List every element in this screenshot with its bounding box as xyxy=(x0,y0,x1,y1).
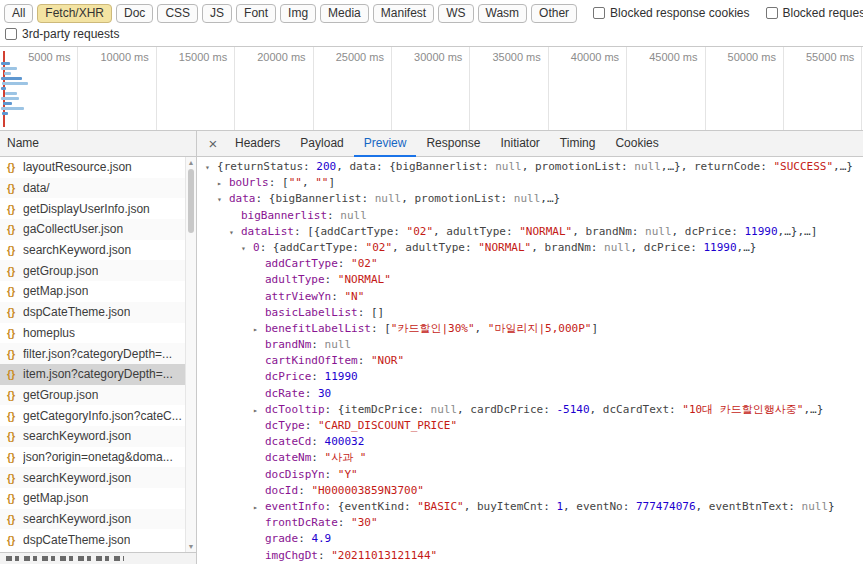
blocked-requests-label: Blocked requests xyxy=(783,6,863,20)
request-name: searchKeyword.json xyxy=(23,429,131,443)
request-name: layoutResource.json xyxy=(23,160,132,174)
tree-line: ▾0: {addCartType: "02", adultType: "NORM… xyxy=(197,240,863,256)
json-file-icon: {} xyxy=(4,430,18,442)
request-row[interactable]: {}getGroup.json xyxy=(0,260,185,281)
network-overview[interactable]: 5000 ms10000 ms15000 ms20000 ms25000 ms3… xyxy=(0,47,863,131)
tab-response[interactable]: Response xyxy=(416,131,490,157)
tab-preview[interactable]: Preview xyxy=(354,131,417,157)
filter-chip-doc[interactable]: Doc xyxy=(116,4,153,23)
request-row[interactable]: {}getGroup.json xyxy=(0,385,185,406)
tab-payload[interactable]: Payload xyxy=(290,131,353,157)
request-name: json?origin=onetag&doma... xyxy=(23,450,173,464)
request-row[interactable]: {}data/ xyxy=(0,178,185,199)
third-party-requests-checkbox[interactable]: 3rd-party requests xyxy=(5,27,119,41)
devtools-network-panel: AllFetch/XHRDocCSSJSFontImgMediaManifest… xyxy=(0,0,863,564)
request-row[interactable]: {}searchKeyword.json xyxy=(0,240,185,261)
request-row[interactable]: {}filter.json?categoryDepth=... xyxy=(0,343,185,364)
request-row[interactable]: {}getMap.json xyxy=(0,281,185,302)
timeline-tick: 20000 ms xyxy=(235,47,313,130)
request-name: filter.json?categoryDepth=... xyxy=(23,347,172,361)
tab-timing[interactable]: Timing xyxy=(550,131,606,157)
request-name: dspCateTheme.json xyxy=(23,305,130,319)
filter-chip-other[interactable]: Other xyxy=(531,4,577,23)
tree-line: imgChgDt: "20211013121144" xyxy=(197,548,863,564)
tree-line: cartKindOfItem: "NOR" xyxy=(197,353,863,369)
tree-line: addCartType: "02" xyxy=(197,256,863,272)
tab-headers[interactable]: Headers xyxy=(225,131,290,157)
filter-row-2: 3rd-party requests xyxy=(0,24,863,46)
request-row[interactable]: {}dspCateTheme.json xyxy=(0,529,185,550)
filter-chip-wasm[interactable]: Wasm xyxy=(478,4,528,23)
checkbox-icon[interactable] xyxy=(593,7,605,19)
checkbox-icon[interactable] xyxy=(766,7,778,19)
filter-chip-ws[interactable]: WS xyxy=(438,4,473,23)
json-file-icon: {} xyxy=(4,306,18,318)
request-name: getMap.json xyxy=(23,284,88,298)
scroll-down-icon[interactable]: ▼ xyxy=(186,541,196,552)
request-row[interactable]: {}dspCateTheme.json xyxy=(0,302,185,323)
request-list-scrollbar[interactable]: ▲ ▼ xyxy=(185,157,196,552)
request-row[interactable]: {}layoutResource.json xyxy=(0,157,185,178)
blocked-requests-checkbox[interactable]: Blocked requests xyxy=(766,6,863,20)
filter-chip-css[interactable]: CSS xyxy=(157,4,198,23)
json-file-icon: {} xyxy=(4,451,18,463)
request-row[interactable]: {}searchKeyword.json xyxy=(0,426,185,447)
overview-timeline: 5000 ms10000 ms15000 ms20000 ms25000 ms3… xyxy=(0,47,863,130)
preview-tree: ▾{returnStatus: 200, data: {bigBannerlis… xyxy=(197,157,863,564)
json-file-icon: {} xyxy=(4,244,18,256)
checkbox-icon[interactable] xyxy=(5,28,17,40)
request-name: getDisplayUserInfo.json xyxy=(23,202,150,216)
request-row[interactable]: {}getDisplayUserInfo.json xyxy=(0,198,185,219)
json-file-icon: {} xyxy=(4,161,18,173)
request-row[interactable]: {}homeplus xyxy=(0,323,185,344)
json-file-icon: {} xyxy=(4,513,18,525)
tree-line: ▸dcTooltip: {itemDcPrice: null, cardDcPr… xyxy=(197,402,863,418)
tree-line: adultType: "NORMAL" xyxy=(197,272,863,288)
request-row[interactable]: {}json?origin=onetag&doma... xyxy=(0,447,185,468)
request-row[interactable]: {}searchKeyword.json xyxy=(0,467,185,488)
detail-tabbar: × HeadersPayloadPreviewResponseInitiator… xyxy=(197,131,863,157)
timeline-tick: 25000 ms xyxy=(314,47,392,130)
request-row[interactable]: {}gaCollectUser.json xyxy=(0,219,185,240)
expand-icon[interactable]: ▸ xyxy=(253,403,265,418)
close-icon[interactable]: × xyxy=(201,132,225,156)
request-name: item.json?categoryDepth=... xyxy=(23,367,173,381)
name-column-header[interactable]: Name xyxy=(0,131,196,157)
request-name: searchKeyword.json xyxy=(23,512,131,526)
request-name: searchKeyword.json xyxy=(23,243,131,257)
expand-icon[interactable]: ▸ xyxy=(253,500,265,515)
request-row[interactable]: {}searchKeyword.json xyxy=(0,509,185,530)
filter-chip-media[interactable]: Media xyxy=(320,4,369,23)
request-list: {}layoutResource.json{}data/{}getDisplay… xyxy=(0,157,185,552)
tab-initiator[interactable]: Initiator xyxy=(490,131,549,157)
expand-icon[interactable]: ▸ xyxy=(253,322,265,337)
filter-chip-manifest[interactable]: Manifest xyxy=(373,4,434,23)
timeline-tick: 45000 ms xyxy=(627,47,705,130)
tab-cookies[interactable]: Cookies xyxy=(605,131,668,157)
request-row[interactable]: {}item.json?categoryDepth=... xyxy=(0,364,185,385)
request-row[interactable]: {}getMap.json xyxy=(0,488,185,509)
request-row[interactable]: {}getCategoryInfo.json?cateC... xyxy=(0,405,185,426)
json-file-icon: {} xyxy=(4,223,18,235)
blocked-response-cookies-checkbox[interactable]: Blocked response cookies xyxy=(593,6,749,20)
detail-tabs: HeadersPayloadPreviewResponseInitiatorTi… xyxy=(225,131,669,157)
filter-chip-all[interactable]: All xyxy=(4,4,33,23)
scrollbar-thumb[interactable] xyxy=(188,169,194,233)
timeline-tick: 30000 ms xyxy=(392,47,470,130)
timeline-tick: 35000 ms xyxy=(470,47,548,130)
tree-line: basicLabelList: [] xyxy=(197,305,863,321)
json-file-icon: {} xyxy=(4,410,18,422)
collapse-icon[interactable]: ▾ xyxy=(241,241,253,256)
filter-chip-font[interactable]: Font xyxy=(236,4,276,23)
filter-chip-img[interactable]: Img xyxy=(280,4,316,23)
filter-chip-fetch-xhr[interactable]: Fetch/XHR xyxy=(37,4,112,23)
collapse-icon[interactable]: ▾ xyxy=(229,225,241,240)
scroll-up-icon[interactable]: ▲ xyxy=(186,157,196,168)
request-list-panel: Name {}layoutResource.json{}data/{}getDi… xyxy=(0,131,197,564)
collapse-icon[interactable]: ▾ xyxy=(205,160,217,175)
tree-line: frontDcRate: "30" xyxy=(197,515,863,531)
filter-chip-js[interactable]: JS xyxy=(202,4,232,23)
expand-icon[interactable]: ▸ xyxy=(217,176,229,191)
collapse-icon[interactable]: ▾ xyxy=(217,192,229,207)
json-file-icon: {} xyxy=(4,348,18,360)
